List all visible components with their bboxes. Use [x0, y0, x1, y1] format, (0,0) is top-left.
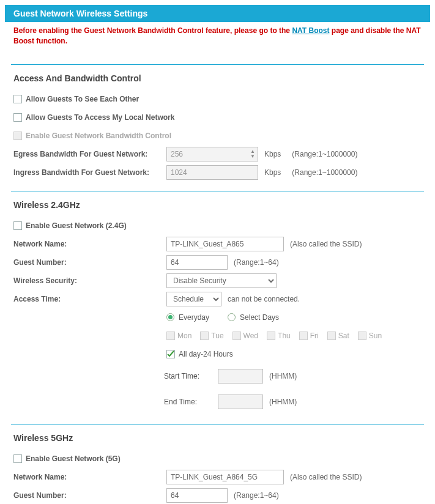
cb-label: Enable Guest Network Bandwidth Control	[26, 132, 179, 140]
guest-number-input-5[interactable]	[166, 488, 228, 503]
checkbox-icon	[166, 350, 175, 358]
radio-label: Select Days	[240, 313, 279, 322]
section-divider	[11, 424, 424, 424]
section-title-access: Access And Bandwidth Control	[13, 73, 422, 83]
cb-enable-bw-control: Enable Guest Network Bandwidth Control	[13, 132, 179, 140]
cb-label: Enable Guest Network (5G)	[26, 454, 121, 463]
end-time-label-24: End Time:	[164, 398, 212, 406]
checkbox-icon	[13, 95, 22, 103]
section-title-24: Wireless 2.4GHz	[13, 200, 422, 210]
page-title: Guest Network Wireless Settings	[5, 5, 430, 22]
cb-day-sat[interactable]: Sat	[327, 332, 349, 340]
checkbox-icon	[358, 332, 366, 340]
ssid-hint-5: (Also called the SSID)	[290, 473, 362, 481]
egress-unit: Kbps	[264, 150, 281, 158]
checkbox-icon	[327, 332, 336, 340]
checkbox-icon	[13, 221, 22, 230]
nat-boost-link[interactable]: NAT Boost	[292, 26, 329, 35]
egress-input[interactable]	[166, 147, 258, 161]
access-time-label-24: Access Time:	[13, 295, 166, 303]
checkbox-icon	[13, 132, 22, 140]
section-access-bandwidth: Access And Bandwidth Control Allow Guest…	[13, 73, 422, 180]
cb-day-wed[interactable]: Wed	[232, 332, 258, 340]
section-divider	[11, 191, 424, 191]
security-select-24[interactable]: Disable Security	[166, 273, 277, 288]
cb-label: Allow Guests To Access My Local Network	[26, 113, 179, 122]
access-time-select-24[interactable]: Schedule	[166, 292, 221, 306]
start-time-input-24[interactable]	[218, 369, 263, 384]
days-row-24: Mon Tue Wed Thu Fri Sat Sun	[166, 332, 382, 340]
checkbox-icon	[200, 332, 209, 340]
egress-range: (Range:1~1000000)	[292, 150, 357, 158]
cb-day-fri[interactable]: Fri	[299, 332, 319, 340]
ingress-label: Ingress Bandwidth For Guest Network:	[13, 168, 166, 177]
section-divider	[11, 64, 424, 65]
security-label-24: Wireless Security:	[13, 276, 166, 285]
section-wireless-24: Wireless 2.4GHz Enable Guest Network (2.…	[13, 200, 422, 413]
network-name-input-24[interactable]	[166, 237, 284, 251]
guest-number-label-5: Guest Number:	[13, 491, 166, 500]
cb-label: All day-24 Hours	[179, 350, 233, 358]
end-time-input-24[interactable]	[218, 395, 263, 409]
cb-allow-see-each-other[interactable]: Allow Guests To See Each Other	[13, 95, 179, 103]
section-wireless-5: Wireless 5GHz Enable Guest Network (5G) …	[13, 433, 422, 504]
hhmm-hint: (HHMM)	[269, 398, 297, 406]
cb-all-day-24[interactable]: All day-24 Hours	[166, 350, 233, 358]
checkbox-icon	[166, 332, 175, 340]
cb-label: Allow Guests To See Each Other	[26, 95, 179, 103]
cb-allow-access-local[interactable]: Allow Guests To Access My Local Network	[13, 113, 179, 122]
ingress-unit: Kbps	[264, 168, 281, 177]
cb-enable-24[interactable]: Enable Guest Network (2.4G)	[13, 221, 127, 230]
radio-icon	[228, 313, 236, 321]
guest-number-range-24: (Range:1~64)	[234, 258, 279, 267]
checkbox-icon	[13, 454, 22, 463]
guest-number-input-24[interactable]	[166, 255, 228, 270]
warning-prefix: Before enabling the Guest Network Bandwi…	[13, 26, 292, 35]
checkbox-icon	[232, 332, 241, 340]
network-name-input-5[interactable]	[166, 470, 284, 484]
checkbox-icon	[267, 332, 275, 340]
ingress-range: (Range:1~1000000)	[292, 168, 357, 177]
bandwidth-warning: Before enabling the Guest Network Bandwi…	[13, 26, 422, 47]
ssid-hint-24: (Also called the SSID)	[290, 240, 362, 248]
guest-number-label-24: Guest Number:	[13, 258, 166, 267]
checkbox-icon	[299, 332, 308, 340]
cb-day-thu[interactable]: Thu	[267, 332, 291, 340]
access-time-hint-24: can not be connected.	[228, 295, 300, 303]
cb-day-tue[interactable]: Tue	[200, 332, 223, 340]
guest-number-range-5: (Range:1~64)	[234, 491, 279, 500]
checkbox-icon	[13, 113, 22, 122]
cb-day-sun[interactable]: Sun	[358, 332, 382, 340]
cb-day-mon[interactable]: Mon	[166, 332, 191, 340]
radio-selectdays-24[interactable]: Select Days	[228, 313, 279, 322]
hhmm-hint: (HHMM)	[269, 372, 297, 380]
radio-everyday-24[interactable]: Everyday	[166, 313, 209, 322]
cb-label: Enable Guest Network (2.4G)	[26, 221, 127, 230]
radio-label: Everyday	[179, 313, 209, 322]
spinner-icon[interactable]: ▲▼	[248, 148, 257, 160]
radio-icon	[166, 313, 174, 321]
cb-enable-5[interactable]: Enable Guest Network (5G)	[13, 454, 121, 463]
section-title-5: Wireless 5GHz	[13, 433, 422, 443]
network-name-label-5: Network Name:	[13, 473, 166, 481]
network-name-label-24: Network Name:	[13, 240, 166, 248]
ingress-input[interactable]	[166, 165, 258, 180]
egress-label: Egress Bandwidth For Guest Network:	[13, 150, 166, 158]
start-time-label-24: Start Time:	[164, 372, 212, 380]
